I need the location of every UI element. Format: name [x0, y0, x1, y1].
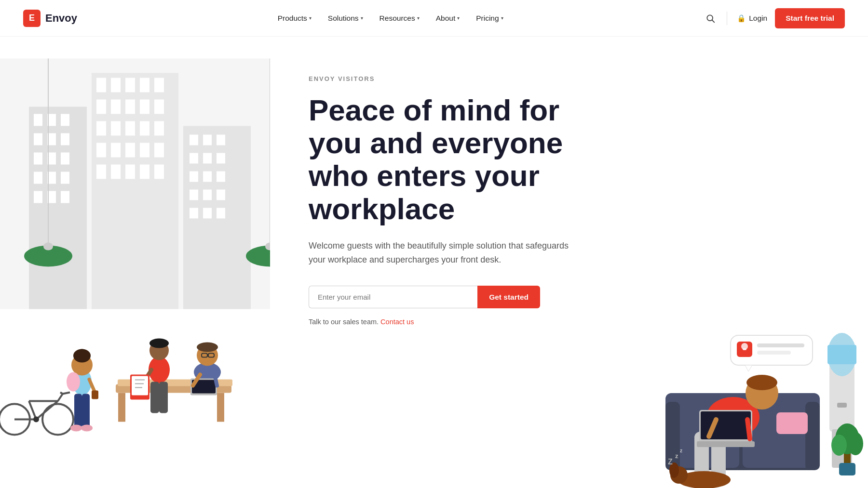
svg-rect-35: [61, 133, 69, 145]
svg-rect-15: [111, 121, 121, 136]
svg-rect-32: [61, 114, 69, 126]
svg-rect-27: [140, 165, 149, 179]
svg-point-110: [67, 372, 80, 392]
logo[interactable]: E Envoy: [23, 10, 77, 27]
svg-rect-88: [132, 376, 148, 396]
svg-rect-46: [190, 135, 198, 145]
svg-rect-24: [96, 165, 106, 179]
nav-item-solutions[interactable]: Solutions ▾: [321, 10, 370, 26]
svg-point-136: [746, 375, 777, 390]
svg-rect-9: [96, 100, 106, 114]
chevron-down-icon: ▾: [501, 15, 503, 21]
svg-rect-25: [111, 165, 121, 179]
svg-rect-55: [190, 190, 198, 200]
svg-rect-21: [125, 143, 135, 158]
svg-rect-48: [217, 135, 225, 145]
svg-line-141: [747, 420, 750, 439]
svg-rect-52: [190, 171, 198, 182]
svg-rect-128: [805, 402, 820, 470]
chevron-down-icon: ▾: [309, 15, 312, 21]
svg-rect-122: [837, 403, 847, 408]
svg-rect-59: [203, 208, 212, 219]
email-input[interactable]: [309, 286, 477, 308]
hero-illustration-left: [0, 37, 270, 488]
svg-rect-36: [34, 153, 42, 165]
svg-rect-147: [757, 351, 791, 355]
svg-rect-51: [217, 153, 225, 164]
chevron-down-icon: ▾: [457, 15, 460, 21]
svg-rect-49: [190, 153, 198, 164]
svg-rect-69: [217, 393, 224, 422]
svg-rect-22: [140, 143, 149, 158]
logo-icon: E: [23, 10, 41, 27]
svg-rect-11: [125, 100, 135, 114]
svg-rect-44: [61, 191, 69, 203]
svg-line-1: [712, 20, 715, 22]
svg-text:Z: Z: [668, 458, 673, 466]
svg-rect-26: [125, 165, 135, 179]
svg-line-94: [36, 401, 58, 420]
svg-rect-19: [96, 143, 106, 158]
chevron-down-icon: ▾: [361, 15, 363, 21]
svg-text:z: z: [680, 448, 682, 453]
svg-rect-112: [92, 391, 98, 399]
logo-text: Envoy: [45, 12, 77, 25]
svg-rect-58: [190, 208, 198, 219]
nav-item-pricing[interactable]: Pricing ▾: [469, 10, 510, 26]
hero-title: Peace of mind for you and everyone who e…: [309, 94, 588, 225]
svg-rect-20: [111, 143, 121, 158]
svg-rect-7: [140, 78, 149, 92]
hero-cta-text: Talk to our sales team. Contact us: [309, 318, 839, 326]
svg-rect-41: [61, 172, 69, 184]
lock-icon: 🔒: [737, 14, 746, 23]
contact-us-link[interactable]: Contact us: [380, 318, 414, 326]
nav-divider: [727, 12, 727, 25]
svg-rect-42: [34, 191, 42, 203]
svg-marker-148: [745, 365, 752, 371]
svg-rect-107: [82, 394, 90, 428]
svg-line-99: [63, 393, 70, 394]
svg-point-92: [42, 404, 73, 435]
svg-point-105: [77, 349, 87, 359]
svg-rect-68: [118, 393, 125, 422]
login-button[interactable]: 🔒 Login: [737, 14, 767, 23]
svg-rect-57: [217, 190, 225, 200]
svg-rect-8: [154, 78, 164, 92]
svg-rect-129: [776, 412, 808, 434]
svg-rect-139: [697, 441, 755, 447]
svg-rect-53: [203, 171, 212, 182]
svg-rect-33: [34, 133, 42, 145]
svg-point-158: [848, 432, 863, 455]
hero-subtitle: Welcome guests with the beautifully simp…: [309, 239, 579, 267]
nav-links: Products ▾ Solutions ▾ Resources ▾ About…: [271, 10, 510, 26]
svg-rect-50: [203, 153, 212, 164]
svg-point-157: [831, 435, 847, 456]
svg-point-109: [81, 425, 93, 432]
svg-rect-85: [159, 382, 168, 413]
svg-rect-13: [154, 100, 164, 114]
svg-rect-60: [217, 208, 225, 219]
svg-rect-6: [125, 78, 135, 92]
svg-rect-54: [217, 171, 225, 182]
svg-rect-145: [743, 348, 746, 350]
svg-rect-10: [111, 100, 121, 114]
svg-line-100: [60, 393, 63, 394]
start-free-trial-button[interactable]: Start free trial: [775, 8, 845, 28]
svg-rect-4: [96, 78, 106, 92]
get-started-button[interactable]: Get started: [477, 286, 540, 308]
svg-rect-14: [96, 121, 106, 136]
hero-section: ENVOY VISITORS Peace of mind for you and…: [0, 37, 868, 488]
svg-point-108: [70, 425, 82, 432]
nav-item-products[interactable]: Products ▾: [271, 10, 318, 26]
svg-rect-28: [154, 165, 164, 179]
nav-item-resources[interactable]: Resources ▾: [373, 10, 426, 26]
svg-point-101: [33, 417, 39, 422]
nav-actions: 🔒 Login Start free trial: [704, 8, 845, 28]
svg-line-80: [215, 375, 217, 386]
svg-point-76: [197, 343, 218, 352]
svg-rect-120: [827, 345, 856, 364]
search-icon[interactable]: [704, 12, 717, 25]
svg-rect-30: [34, 114, 42, 126]
svg-rect-18: [154, 121, 164, 136]
nav-item-about[interactable]: About ▾: [429, 10, 467, 26]
